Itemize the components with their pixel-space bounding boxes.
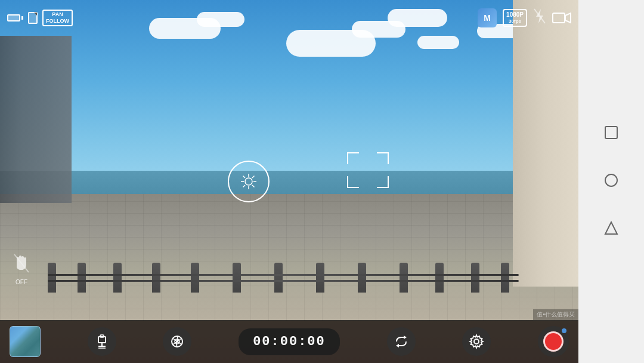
- camera-video-icon[interactable]: [552, 11, 571, 24]
- android-nav-bar: [578, 0, 644, 363]
- left-building: [0, 36, 72, 203]
- fence-chain: [48, 274, 519, 276]
- fence-post: [113, 263, 122, 293]
- settings-button[interactable]: [462, 327, 491, 356]
- fence-post: [274, 263, 283, 293]
- top-bar: PAN FOLLOW M 1080P 30fps: [0, 0, 578, 36]
- pan-follow-badge: PAN FOLLOW: [42, 10, 73, 26]
- record-inner-circle: [543, 331, 564, 352]
- mode-badge[interactable]: M: [478, 8, 497, 27]
- fence-post: [358, 263, 366, 293]
- battery-body: [7, 14, 20, 21]
- watermark: 值•什么值得买: [533, 309, 578, 320]
- svg-line-12: [243, 185, 246, 187]
- af-bracket-bottom: [347, 177, 389, 188]
- fence-post: [435, 263, 444, 293]
- cloud: [417, 36, 459, 49]
- fence-post: [471, 263, 479, 293]
- fence-post: [191, 263, 199, 293]
- svg-marker-22: [404, 336, 407, 339]
- rotate-button[interactable]: [387, 327, 416, 356]
- fence-post: [233, 263, 241, 293]
- svg-line-9: [243, 176, 246, 179]
- fence-area: [48, 257, 531, 293]
- stabilizer-button[interactable]: [88, 327, 116, 356]
- camera-view: PAN FOLLOW M 1080P 30fps: [0, 0, 578, 363]
- fence-post: [501, 263, 509, 293]
- af-bracket[interactable]: [347, 152, 389, 188]
- hand-gesture-icon: [12, 252, 31, 279]
- timer-display: 00:00:00: [239, 328, 340, 355]
- svg-point-24: [474, 339, 479, 344]
- record-button[interactable]: [538, 326, 569, 357]
- fence-post: [400, 263, 408, 293]
- svg-point-4: [245, 178, 252, 185]
- svg-point-26: [605, 174, 617, 186]
- thumbnail-preview[interactable]: [10, 326, 41, 357]
- resolution-badge[interactable]: 1080P 30fps: [503, 9, 527, 27]
- fence-post: [316, 263, 324, 293]
- flash-icon[interactable]: [533, 8, 546, 28]
- svg-line-11: [252, 176, 255, 179]
- fence-post: [48, 263, 56, 293]
- fence-chain: [48, 280, 519, 282]
- svg-marker-3: [565, 13, 571, 23]
- svg-line-10: [252, 185, 255, 187]
- svg-rect-25: [605, 127, 617, 139]
- bottom-bar: 00:00:00: [0, 320, 578, 363]
- focus-circle[interactable]: [228, 161, 270, 202]
- gesture-control[interactable]: OFF: [12, 252, 31, 285]
- svg-marker-27: [605, 222, 617, 234]
- record-dot: [562, 328, 566, 333]
- exposure-icon: [240, 173, 258, 190]
- battery-tip: [21, 16, 23, 20]
- top-left-controls: PAN FOLLOW: [7, 10, 73, 26]
- fence-post: [78, 263, 86, 293]
- camera-settings-button[interactable]: [163, 327, 191, 356]
- gesture-status-label: OFF: [16, 279, 27, 285]
- fence-post: [152, 263, 160, 293]
- sd-card-icon: [28, 12, 38, 24]
- battery-indicator: [7, 14, 23, 21]
- back-button[interactable]: [603, 220, 619, 238]
- recent-apps-button[interactable]: [603, 125, 619, 143]
- home-button[interactable]: [603, 173, 619, 190]
- top-right-controls: M 1080P 30fps: [478, 8, 571, 28]
- svg-rect-2: [553, 13, 565, 23]
- right-column: [513, 0, 578, 287]
- svg-marker-23: [396, 344, 399, 347]
